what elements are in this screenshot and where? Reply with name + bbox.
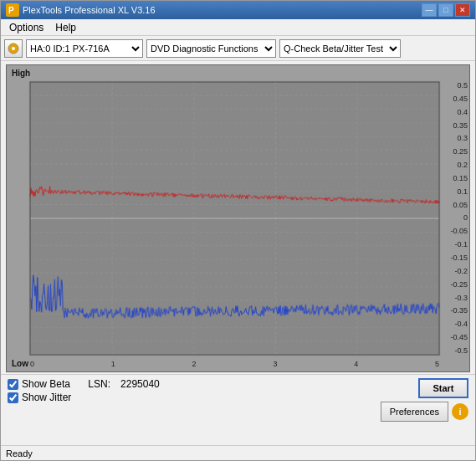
lsn-label: LSN:: [88, 378, 110, 390]
chart-canvas: [7, 65, 469, 371]
close-button[interactable]: ✕: [455, 3, 470, 17]
info-icon[interactable]: i: [452, 403, 468, 420]
lsn-group: LSN: 2295040: [88, 378, 159, 390]
app-icon: P: [6, 3, 19, 17]
menu-help[interactable]: Help: [50, 20, 81, 35]
toolbar: HA:0 ID:1 PX-716A DVD Diagnostic Functio…: [1, 36, 475, 61]
svg-point-3: [12, 47, 15, 50]
show-jitter-checkbox[interactable]: [8, 392, 18, 403]
show-beta-label: Show Beta: [22, 378, 70, 390]
start-button[interactable]: Start: [418, 378, 468, 398]
maximize-button[interactable]: □: [438, 3, 453, 17]
svg-text:P: P: [8, 6, 14, 15]
device-icon-btn[interactable]: [4, 39, 23, 58]
preferences-button[interactable]: Preferences: [381, 402, 448, 422]
function-select[interactable]: DVD Diagnostic Functions: [146, 39, 276, 58]
minimize-button[interactable]: —: [422, 3, 437, 17]
window-controls: — □ ✕: [422, 3, 470, 17]
test-select[interactable]: Q-Check Beta/Jitter Test: [279, 39, 401, 58]
lsn-value: 2295040: [120, 378, 160, 390]
menu-options[interactable]: Options: [4, 20, 49, 35]
status-bar: Ready: [1, 445, 475, 460]
main-window: P PlexTools Professional XL V3.16 — □ ✕ …: [0, 0, 476, 461]
show-jitter-label: Show Jitter: [22, 392, 71, 403]
bottom-panel: Show Beta Show Jitter LSN: 2295040 Start…: [1, 374, 475, 445]
menu-bar: Options Help: [1, 19, 475, 36]
status-text: Ready: [6, 448, 33, 458]
chart-area: High Low 0.50.450.40.350.30.250.20.150.1…: [6, 64, 470, 372]
window-title: PlexTools Professional XL V3.16: [23, 5, 422, 15]
device-select[interactable]: HA:0 ID:1 PX-716A: [26, 39, 143, 58]
title-bar: P PlexTools Professional XL V3.16 — □ ✕: [1, 1, 475, 19]
show-jitter-checkbox-label[interactable]: Show Jitter: [8, 392, 71, 403]
show-beta-checkbox-label[interactable]: Show Beta: [8, 378, 71, 390]
show-beta-checkbox[interactable]: [8, 379, 18, 390]
checkboxes-area: Show Beta Show Jitter: [8, 378, 71, 403]
